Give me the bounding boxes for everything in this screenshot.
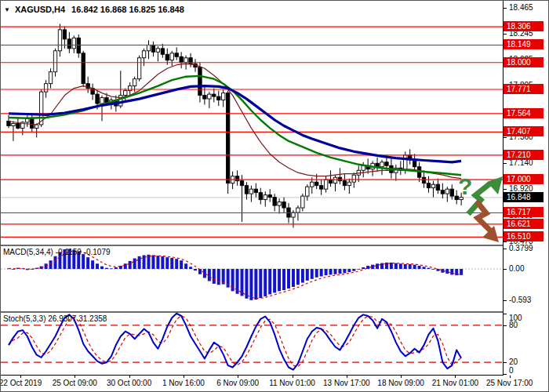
candle-body bbox=[427, 183, 430, 188]
candle-body bbox=[306, 187, 309, 196]
candle-body bbox=[7, 121, 10, 125]
macd-bar bbox=[418, 266, 421, 269]
candle-body bbox=[100, 98, 104, 103]
level-price-badge: 17.564 bbox=[504, 108, 544, 118]
macd-bar bbox=[343, 269, 346, 273]
candle-body bbox=[26, 118, 29, 122]
candle-body bbox=[170, 53, 173, 60]
macd-bar bbox=[311, 269, 314, 279]
candle-body bbox=[213, 94, 216, 96]
candle-body bbox=[352, 175, 355, 182]
macd-bar bbox=[86, 257, 89, 269]
candle-body bbox=[422, 177, 425, 183]
time-tick-label: 11 Nov 01:00 bbox=[269, 379, 315, 387]
level-price-badge: 17.407 bbox=[504, 126, 544, 136]
candle-body bbox=[12, 123, 15, 125]
macd-bar bbox=[413, 265, 416, 269]
macd-bar bbox=[249, 269, 253, 300]
macd-bar bbox=[273, 269, 276, 292]
level-price-badge: 17.771 bbox=[504, 84, 544, 94]
stoch-tick-label: 20 bbox=[509, 358, 518, 366]
macd-bar bbox=[287, 269, 290, 289]
candle-body bbox=[82, 53, 85, 84]
macd-bar bbox=[409, 264, 412, 269]
candle-body bbox=[296, 208, 300, 212]
level-price-badge: 16.621 bbox=[504, 219, 544, 229]
time-tick-mark bbox=[401, 376, 402, 378]
candle-body bbox=[16, 123, 20, 128]
time-axis-border bbox=[1, 375, 549, 376]
candle-body bbox=[282, 202, 285, 208]
time-tick-mark bbox=[20, 376, 21, 378]
macd-bar bbox=[292, 269, 295, 287]
time-tick-mark bbox=[129, 376, 130, 378]
macd-bar bbox=[399, 263, 402, 269]
symbol-dropdown-icon[interactable]: ▼ bbox=[4, 6, 10, 13]
candle-body bbox=[67, 39, 71, 49]
pane-separator-macd-stoch[interactable] bbox=[1, 311, 549, 313]
macd-bar bbox=[213, 269, 216, 284]
candle-body bbox=[96, 94, 99, 103]
candle-body bbox=[175, 53, 178, 56]
price-axis-panel[interactable]: 18.46518.24518.02517.80517.36017.14016.9… bbox=[504, 1, 549, 376]
macd-bar bbox=[460, 269, 463, 275]
time-tick-mark bbox=[510, 376, 511, 378]
macd-bar bbox=[49, 260, 53, 269]
candle-body bbox=[180, 56, 183, 62]
macd-bar bbox=[376, 263, 379, 269]
symbol-period-label: XAGUSD,H4 bbox=[15, 5, 65, 14]
candle-body bbox=[142, 51, 145, 58]
time-tick-mark bbox=[455, 376, 456, 378]
candle-body bbox=[259, 193, 262, 200]
candle-body bbox=[72, 38, 75, 48]
macd-bar bbox=[450, 269, 453, 274]
main-price-chart-canvas[interactable] bbox=[1, 1, 504, 245]
candle-body bbox=[455, 196, 458, 199]
macd-bar bbox=[325, 269, 328, 275]
horizontal-level-lines[interactable] bbox=[1, 27, 503, 237]
price-tick-mark bbox=[504, 189, 507, 190]
candle-body bbox=[324, 180, 327, 189]
trading-chart-window: ▼ XAGUSD,H4 16.842 16.868 16.825 16.848 … bbox=[0, 0, 549, 392]
time-tick-mark bbox=[75, 376, 75, 378]
macd-bar bbox=[306, 269, 309, 281]
time-tick-label: 6 Nov 09:00 bbox=[216, 379, 259, 387]
level-price-badge: 18.149 bbox=[504, 39, 544, 49]
macd-bar bbox=[254, 269, 257, 299]
candle-body bbox=[133, 79, 136, 86]
macd-bar bbox=[147, 255, 151, 269]
time-tick-label: 25 Oct 09:00 bbox=[53, 379, 97, 387]
candle-body bbox=[105, 98, 108, 103]
pane-separator-main-macd[interactable] bbox=[1, 245, 549, 246]
macd-bar bbox=[352, 269, 355, 271]
macd-bar bbox=[394, 263, 398, 269]
macd-bar bbox=[347, 269, 351, 272]
macd-bar bbox=[194, 269, 197, 270]
candle-body bbox=[343, 181, 346, 186]
macd-bar bbox=[296, 269, 300, 285]
candle-body bbox=[226, 93, 229, 183]
macd-bar bbox=[100, 267, 104, 269]
candle-body bbox=[58, 30, 61, 51]
candle-body bbox=[203, 96, 206, 99]
time-axis-panel[interactable]: 22 Oct 201925 Oct 09:0030 Oct 00:001 Nov… bbox=[1, 376, 549, 392]
candle-body bbox=[268, 195, 271, 198]
macd-bar bbox=[371, 265, 374, 269]
stoch-tick-mark bbox=[504, 314, 507, 314]
candle-body bbox=[151, 45, 155, 52]
macd-bar bbox=[362, 267, 365, 269]
time-tick-label: 30 Oct 00:00 bbox=[107, 379, 151, 387]
candle-body bbox=[404, 155, 407, 170]
candle-body bbox=[35, 125, 38, 128]
macd-tick-mark bbox=[504, 300, 507, 301]
candle-body bbox=[450, 189, 453, 196]
level-price-badge: 16.510 bbox=[504, 231, 544, 241]
macd-bar bbox=[170, 258, 173, 269]
macd-bar bbox=[96, 263, 99, 269]
candle-body bbox=[347, 182, 351, 185]
macd-bar bbox=[301, 269, 304, 283]
macd-tick-label: 0.3799 bbox=[509, 244, 533, 252]
macd-bar bbox=[357, 269, 360, 270]
macd-bar bbox=[236, 269, 239, 294]
price-tick-mark bbox=[504, 34, 507, 34]
